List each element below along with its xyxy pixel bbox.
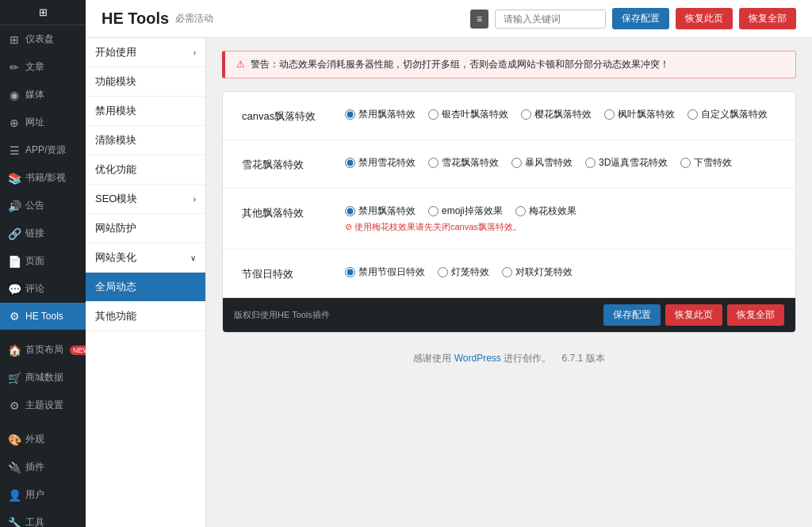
sidebar-label-pages: 页面 xyxy=(25,254,44,268)
footer-restore-page-button[interactable]: 恢复此页 xyxy=(665,304,722,326)
version-text: 6.7.1 版本 xyxy=(562,353,605,364)
sidebar-item-homepage[interactable]: 🏠 首页布局 NEW xyxy=(0,336,86,364)
content-area: 开始使用 › 功能模块 禁用模块 清除模块 优化功能 SEO模块 › 网站防护 xyxy=(86,38,812,527)
plugin-nav-beauty[interactable]: 网站美化 ∨ xyxy=(86,243,205,273)
sidebar-item-media[interactable]: ◉ 媒体 xyxy=(0,81,86,109)
sidebar-label-plugins: 插件 xyxy=(25,460,44,474)
plugins-icon: 🔌 xyxy=(8,461,21,474)
sidebar-label-media: 媒体 xyxy=(25,88,44,101)
warning-box: ⚠ 警告：动态效果会消耗服务器性能，切勿打开多组，否则会造成网站卡顿和部分部分动… xyxy=(222,51,796,78)
plugin-nav-func[interactable]: 功能模块 xyxy=(86,67,205,97)
sidebar-item-ads[interactable]: 🔊 公告 xyxy=(0,192,86,220)
sidebar-label-books: 书籍/影视 xyxy=(25,171,66,185)
arrow-icon: › xyxy=(193,48,196,57)
canvas-opt-3[interactable]: 枫叶飘落特效 xyxy=(604,108,675,121)
snow-opt-1[interactable]: 雪花飘落特效 xyxy=(428,156,499,170)
snow-opt-0[interactable]: 禁用雪花特效 xyxy=(345,156,416,170)
holiday-opt-1[interactable]: 灯笼特效 xyxy=(438,265,489,279)
other-label: 其他飘落特效 xyxy=(242,204,329,220)
page-subtitle: 必需活动 xyxy=(175,12,213,25)
main-area: HE Tools 必需活动 ≡ 保存配置 恢复此页 恢复全部 开始使用 › 功能… xyxy=(86,0,812,527)
canvas-label: canvas飘落特效 xyxy=(242,108,329,124)
error-icon: ⊘ xyxy=(345,222,352,232)
plugin-nav-other-func[interactable]: 其他功能 xyxy=(86,302,205,331)
sidebar-item-comments[interactable]: 💬 评论 xyxy=(0,275,86,303)
sidebar-label-users: 用户 xyxy=(25,488,44,502)
holiday-section: 节假日特效 禁用节假日特效 灯笼特效 xyxy=(223,250,795,298)
snow-opt-2[interactable]: 暴风雪特效 xyxy=(511,156,573,170)
sidebar-item-tools[interactable]: 🔧 工具 xyxy=(0,509,86,527)
footer-restore-all-button[interactable]: 恢复全部 xyxy=(727,304,784,326)
sidebar-item-plugins[interactable]: 🔌 插件 xyxy=(0,453,86,481)
sidebar-item-network[interactable]: ⊕ 网址 xyxy=(0,109,86,136)
warning-text: 警告：动态效果会消耗服务器性能，切勿打开多组，否则会造成网站卡顿和部分部分动态效… xyxy=(251,59,669,70)
theme-icon: ⚙ xyxy=(8,399,21,412)
sidebar-item-shopdata[interactable]: 🛒 商城数据 xyxy=(0,364,86,391)
sidebar-label-app: APP/资源 xyxy=(25,143,66,157)
seo-arrow-icon: › xyxy=(193,195,196,204)
other-opt-1[interactable]: emoji掉落效果 xyxy=(428,204,503,218)
sidebar-item-links[interactable]: 🔗 链接 xyxy=(0,220,86,247)
card-footer: 版权归使用HE Tools插件 保存配置 恢复此页 恢复全部 xyxy=(223,298,795,332)
snow-opt-4[interactable]: 下雪特效 xyxy=(680,156,732,170)
content-body: ⚠ 警告：动态效果会消耗服务器性能，切勿打开多组，否则会造成网站卡顿和部分部分动… xyxy=(206,38,812,346)
search-input[interactable] xyxy=(495,10,606,29)
plugin-nav-global-anim[interactable]: 全局动态 xyxy=(86,273,205,302)
plugin-nav-clear[interactable]: 清除模块 xyxy=(86,126,205,155)
canvas-opt-1[interactable]: 银杏叶飘落特效 xyxy=(428,108,508,121)
sidebar-item-users[interactable]: 👤 用户 xyxy=(0,481,86,509)
wordpress-link[interactable]: WordPress xyxy=(454,353,501,364)
sidebar-label-shopdata: 商城数据 xyxy=(25,371,63,384)
page-title: HE Tools 必需活动 xyxy=(102,10,213,28)
sidebar-label-tools: 工具 xyxy=(25,516,44,527)
sidebar-item-app[interactable]: ☰ APP/资源 xyxy=(0,136,86,164)
network-icon: ⊕ xyxy=(8,116,21,129)
settings-card: canvas飘落特效 禁用飘落特效 银杏叶飘落特效 xyxy=(222,91,796,333)
other-opt-2[interactable]: 梅花枝效果 xyxy=(515,204,576,218)
sidebar-label-comments: 评论 xyxy=(25,282,44,296)
holiday-label: 节假日特效 xyxy=(242,265,329,281)
plugin-nav-firewall[interactable]: 网站防护 xyxy=(86,214,205,243)
canvas-opt-2[interactable]: 樱花飘落特效 xyxy=(521,108,592,121)
sidebar-label-links: 链接 xyxy=(25,227,44,240)
sidebar-item-article[interactable]: ✏ 文章 xyxy=(0,53,86,81)
holiday-opt-2[interactable]: 对联灯笼特效 xyxy=(502,265,573,279)
holiday-opt-0[interactable]: 禁用节假日特效 xyxy=(345,265,425,279)
save-config-button[interactable]: 保存配置 xyxy=(612,8,669,29)
restore-page-button[interactable]: 恢复此页 xyxy=(676,8,733,29)
sidebar-item-dashboard[interactable]: ⊞ 仪表盘 xyxy=(0,25,86,53)
plugin-nav-seo[interactable]: SEO模块 › xyxy=(86,185,205,214)
plugin-nav-banned[interactable]: 禁用模块 xyxy=(86,97,205,126)
sidebar-label-network: 网址 xyxy=(25,116,44,129)
sidebar-item-books[interactable]: 📚 书籍/影视 xyxy=(0,164,86,192)
sidebar-label-hetools: HE Tools xyxy=(25,311,63,322)
sidebar-item-appearance[interactable]: 🎨 外观 xyxy=(0,426,86,453)
card-footer-credit: 版权归使用HE Tools插件 xyxy=(234,309,330,321)
snow-radio-group: 禁用雪花特效 雪花飘落特效 暴风雪特效 xyxy=(345,156,776,170)
plugin-nav-optimize[interactable]: 优化功能 xyxy=(86,155,205,185)
page-header: HE Tools 必需活动 ≡ 保存配置 恢复此页 恢复全部 xyxy=(86,0,812,38)
restore-all-button[interactable]: 恢复全部 xyxy=(739,8,796,29)
appearance-icon: 🎨 xyxy=(8,433,21,446)
sidebar-label-article: 文章 xyxy=(25,60,44,74)
canvas-radio-group: 禁用飘落特效 银杏叶飘落特效 樱花飘落特效 xyxy=(345,108,776,121)
comments-icon: 💬 xyxy=(8,283,21,296)
sidebar-item-hetools[interactable]: ⚙ HE Tools xyxy=(0,303,86,330)
canvas-opt-0[interactable]: 禁用飘落特效 xyxy=(345,108,416,121)
canvas-opt-4[interactable]: 自定义飘落特效 xyxy=(688,108,768,121)
article-icon: ✏ xyxy=(8,61,21,74)
links-icon: 🔗 xyxy=(8,227,21,240)
other-opt-0[interactable]: 禁用飘落特效 xyxy=(345,204,416,218)
sidebar-item-theme[interactable]: ⚙ 主题设置 xyxy=(0,391,86,419)
plugin-nav: 开始使用 › 功能模块 禁用模块 清除模块 优化功能 SEO模块 › 网站防护 xyxy=(86,38,206,527)
tools-icon: 🔧 xyxy=(8,517,21,528)
shopdata-icon: 🛒 xyxy=(8,372,21,384)
sidebar-label-theme: 主题设置 xyxy=(25,399,63,412)
sidebar-item-pages[interactable]: 📄 页面 xyxy=(0,247,86,275)
snow-opt-3[interactable]: 3D逼真雪花特效 xyxy=(585,156,668,170)
sidebar-logo: ⊞ xyxy=(0,0,86,25)
footer-save-button[interactable]: 保存配置 xyxy=(603,304,661,326)
plugin-nav-start[interactable]: 开始使用 › xyxy=(86,38,205,67)
app-icon: ☰ xyxy=(8,144,21,157)
grid-button[interactable]: ≡ xyxy=(470,10,488,29)
